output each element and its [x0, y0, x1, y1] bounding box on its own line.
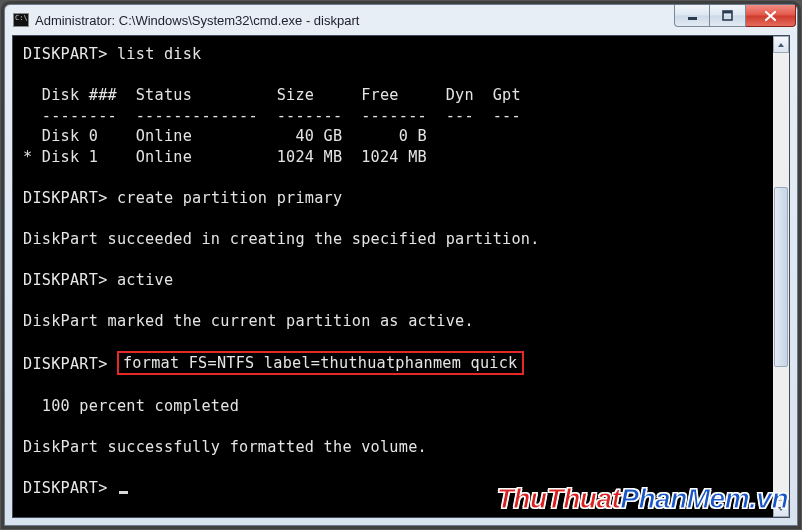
vertical-scrollbar[interactable] [773, 36, 789, 517]
svg-rect-2 [723, 11, 732, 13]
disk-row-0: Disk 0 Online 40 GB 0 B [23, 127, 427, 145]
msg-create: DiskPart succeeded in creating the speci… [23, 230, 540, 248]
prompt: DISKPART> [23, 189, 108, 207]
scroll-down-button[interactable] [773, 500, 789, 517]
minimize-button[interactable] [674, 5, 710, 27]
scroll-track[interactable] [773, 53, 789, 500]
titlebar[interactable]: Administrator: C:\Windows\System32\cmd.e… [5, 5, 797, 35]
app-window: Administrator: C:\Windows\System32\cmd.e… [4, 4, 798, 526]
window-controls [674, 5, 796, 27]
msg-active: DiskPart marked the current partition as… [23, 312, 474, 330]
prompt: DISKPART> [23, 355, 108, 373]
disk-table-header: Disk ### Status Size Free Dyn Gpt [23, 86, 521, 104]
msg-format: DiskPart successfully formatted the volu… [23, 438, 427, 456]
scroll-up-button[interactable] [773, 36, 789, 53]
progress-line: 100 percent completed [23, 397, 239, 415]
cmd-list-disk: list disk [117, 45, 202, 63]
maximize-button[interactable] [710, 5, 746, 27]
cmd-format: format FS=NTFS label=thuthuatphanmem qui… [123, 354, 518, 372]
cmd-active: active [117, 271, 173, 289]
cmd-create-partition: create partition primary [117, 189, 342, 207]
cursor-icon [119, 491, 128, 494]
disk-table-rule: -------- ------------- ------- ------- -… [23, 107, 521, 125]
scroll-thumb[interactable] [774, 187, 788, 367]
terminal-area: DISKPART> list disk Disk ### Status Size… [12, 35, 790, 518]
highlighted-command: format FS=NTFS label=thuthuatphanmem qui… [117, 351, 524, 375]
svg-rect-0 [688, 17, 697, 20]
cmd-icon [13, 13, 29, 27]
prompt: DISKPART> [23, 271, 108, 289]
prompt: DISKPART> [23, 45, 108, 63]
close-button[interactable] [746, 5, 796, 27]
disk-row-1: * Disk 1 Online 1024 MB 1024 MB [23, 148, 427, 166]
terminal-output[interactable]: DISKPART> list disk Disk ### Status Size… [13, 36, 773, 517]
prompt: DISKPART> [23, 479, 108, 497]
